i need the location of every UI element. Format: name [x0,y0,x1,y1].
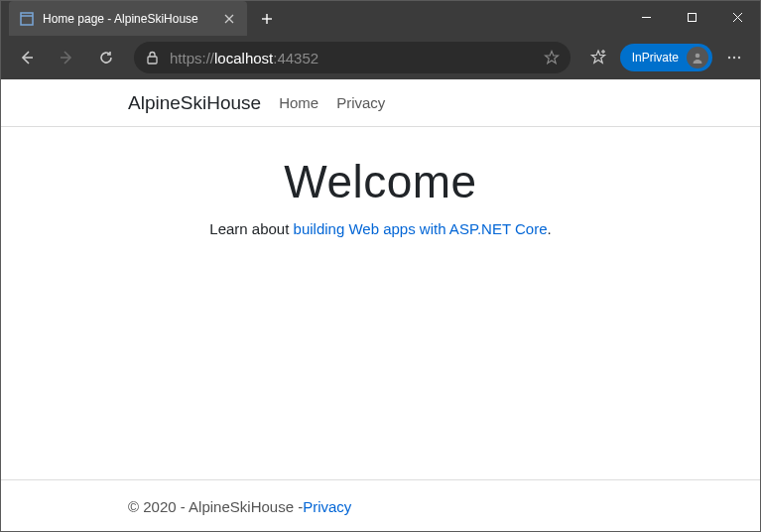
close-window-button[interactable] [714,1,760,33]
inprivate-badge[interactable]: InPrivate [620,44,712,71]
refresh-button[interactable] [88,40,124,75]
site-footer: © 2020 - AlpineSkiHouse - Privacy [1,479,760,532]
hero-section: Welcome Learn about building Web apps wi… [1,127,760,237]
maximize-button[interactable] [669,1,714,33]
favorites-button[interactable] [580,40,616,75]
browser-toolbar: https://localhost:44352 InPrivate [1,36,760,79]
favorite-icon[interactable] [543,50,561,66]
page-heading: Welcome [1,155,760,208]
url-text: https://localhost:44352 [170,50,533,66]
address-bar[interactable]: https://localhost:44352 [134,42,571,73]
tab-title: Home page - AlpineSkiHouse [43,12,213,26]
menu-button[interactable] [716,40,752,75]
back-button[interactable] [9,40,45,75]
tab-close-icon[interactable] [221,11,237,27]
footer-privacy-link[interactable]: Privacy [303,498,351,515]
profile-avatar-icon [687,47,708,68]
browser-tab[interactable]: Home page - AlpineSkiHouse [9,1,247,36]
svg-rect-7 [688,13,696,21]
svg-point-17 [733,57,735,59]
lead-prefix: Learn about [209,220,293,237]
url-host: localhost [214,50,273,66]
nav-link-privacy[interactable]: Privacy [336,94,385,111]
brand-link[interactable]: AlpineSkiHouse [128,92,261,114]
url-protocol: https:// [170,50,214,66]
inprivate-label: InPrivate [632,51,679,65]
minimize-button[interactable] [623,1,669,33]
lead-text: Learn about building Web apps with ASP.N… [1,220,760,237]
lead-suffix: . [548,220,552,237]
footer-text: © 2020 - AlpineSkiHouse - [128,498,303,515]
svg-point-18 [738,57,740,59]
site-navbar: AlpineSkiHouse Home Privacy [1,79,760,127]
forward-button[interactable] [49,40,84,75]
svg-point-15 [696,54,700,59]
new-tab-button[interactable] [251,3,283,35]
svg-rect-12 [148,57,157,64]
browser-titlebar: Home page - AlpineSkiHouse [1,1,760,36]
window-controls [623,1,760,33]
nav-link-home[interactable]: Home [279,94,318,111]
svg-rect-0 [21,13,33,25]
url-port: :44352 [273,50,318,66]
svg-point-16 [728,57,730,59]
page-viewport: AlpineSkiHouse Home Privacy Welcome Lear… [1,79,760,532]
lock-icon [144,51,160,66]
lead-link[interactable]: building Web apps with ASP.NET Core [294,220,548,237]
page-favicon-icon [19,11,35,27]
